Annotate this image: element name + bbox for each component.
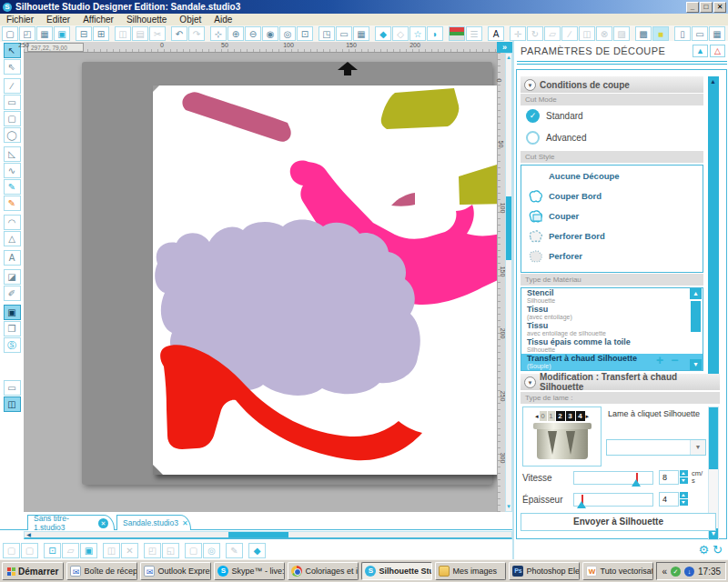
Couper Bord[interactable]: Couper Bord xyxy=(521,186,703,206)
tray-expand-icon[interactable]: « xyxy=(662,567,667,577)
print-setup-icon[interactable]: ⊞ xyxy=(93,26,109,41)
section-modification[interactable]: ▼ Modification : Transfert à chaud Silho… xyxy=(521,374,720,390)
rectangle-tool-icon[interactable]: ▭ xyxy=(4,95,21,110)
zoom-in-icon[interactable]: ⊕ xyxy=(228,26,244,41)
spin-up-icon[interactable] xyxy=(680,470,688,477)
Tissu[interactable]: Tissu avec entoilage de silhouette xyxy=(521,321,703,337)
blade-dropdown[interactable]: ▼ xyxy=(606,439,706,456)
Tuto vectorisation....[interactable]: W Tuto vectorisation.... xyxy=(582,562,653,580)
blade-dial-right-icon[interactable]: ▸ xyxy=(586,413,590,420)
speed-slider[interactable] xyxy=(573,471,653,485)
regular-polygon-tool-icon[interactable]: △ xyxy=(4,231,21,246)
design-canvas[interactable] xyxy=(24,53,497,512)
fill-page-icon[interactable]: ■ xyxy=(652,26,669,41)
Silhouette Studi...[interactable]: S Silhouette Studi... xyxy=(361,562,432,580)
print-icon[interactable]: ⊟ xyxy=(76,26,92,41)
panel-expand-button[interactable]: » xyxy=(497,42,512,53)
menu-aide[interactable]: Aide xyxy=(207,15,238,25)
modify-icon[interactable]: ▨ xyxy=(613,26,630,41)
collapse-panel-icon[interactable]: ▲ xyxy=(693,45,708,57)
shape-mauve-wedge[interactable] xyxy=(391,193,415,206)
selection-frame-icon[interactable]: ▢ xyxy=(3,543,20,558)
zoom-drag-icon[interactable]: ◎ xyxy=(279,26,296,41)
arrange-icon[interactable]: ▣ xyxy=(80,543,97,558)
vertical-scroll-thumb[interactable] xyxy=(506,196,511,260)
open-document-icon[interactable]: ◰ xyxy=(19,26,35,41)
tab-sans-titre[interactable]: Sans titre-1.studio3 ✕ xyxy=(27,515,115,530)
knife-tool-icon[interactable]: ✐ xyxy=(4,286,21,301)
scroll-up-icon[interactable]: ▲ xyxy=(710,78,716,85)
Photoshop Element...[interactable]: Ps Photoshop Element... xyxy=(509,562,580,580)
material-scrollbar[interactable]: ▲ ▼ xyxy=(690,288,702,370)
polygon-filled-icon[interactable]: ◆ xyxy=(375,26,391,41)
Couper[interactable]: Couper xyxy=(521,206,703,226)
speed-value[interactable]: 8 xyxy=(659,470,679,485)
horizontal-scroll-thumb[interactable] xyxy=(228,532,288,537)
move-icon[interactable]: ✛ xyxy=(510,26,526,41)
menu-silhouette[interactable]: Silhouette xyxy=(120,15,173,25)
star-icon[interactable]: ☆ xyxy=(410,26,426,41)
scroll-up-icon[interactable]: ▲ xyxy=(690,288,702,299)
save-as-icon[interactable]: ▣ xyxy=(54,26,70,41)
Tissu[interactable]: Tissu (avec entoilage) xyxy=(521,305,703,321)
split-view-icon[interactable]: ◫ xyxy=(4,396,21,412)
fit-to-window-icon[interactable]: ⊡ xyxy=(297,26,313,41)
store-icon[interactable]: Ⓢ xyxy=(4,337,21,353)
antivirus-tray-icon[interactable]: ✓ xyxy=(671,567,681,577)
maximize-button[interactable]: □ xyxy=(700,2,713,13)
shape-olive-band-top[interactable] xyxy=(381,88,460,129)
design-page[interactable] xyxy=(153,85,497,475)
cut-icon[interactable]: ✂ xyxy=(149,26,166,41)
undo-icon[interactable]: ↶ xyxy=(171,26,187,41)
curve-tool-icon[interactable]: ∿ xyxy=(4,163,21,178)
mat-settings-icon[interactable]: ▦ xyxy=(353,26,369,41)
text-style-icon[interactable]: A xyxy=(488,26,504,41)
menu-editer[interactable]: Editer xyxy=(40,15,76,25)
collapse-section-icon[interactable]: ▼ xyxy=(524,376,536,388)
eraser-tool-icon[interactable]: ◪ xyxy=(4,269,21,285)
scale-icon[interactable]: ▱ xyxy=(544,26,561,41)
draw-tool-icon[interactable]: ✎ xyxy=(4,179,21,195)
start-button[interactable]: Démarrer xyxy=(2,562,64,580)
Skype™ - live:gue...[interactable]: S Skype™ - live:gue... xyxy=(214,562,285,580)
line-style-icon[interactable]: ☰ xyxy=(466,26,482,41)
copy-multiple-alt-icon[interactable]: ◱ xyxy=(162,543,179,558)
dropdown-arrow-icon[interactable]: ▼ xyxy=(690,440,705,455)
spin-down-icon[interactable] xyxy=(680,499,688,506)
tab-close-icon[interactable]: ✕ xyxy=(182,519,188,527)
outline-icon[interactable]: ▢ xyxy=(185,543,202,558)
pick-style-icon[interactable]: ✎ xyxy=(226,543,243,558)
tab-sandale[interactable]: Sandale.studio3 ✕ xyxy=(116,515,191,530)
registration-marks-icon[interactable]: ◳ xyxy=(318,26,335,41)
polygon-tool-icon[interactable]: ◺ xyxy=(4,146,21,162)
close-button[interactable]: ✕ xyxy=(713,2,726,13)
landscape-icon[interactable]: ▭ xyxy=(692,26,708,41)
trace-icon[interactable]: ◆ xyxy=(248,543,266,558)
edit-points-tool-icon[interactable]: ⇖ xyxy=(4,59,21,75)
section-conditions[interactable]: ▼ Conditions de coupe xyxy=(521,76,703,93)
refresh-icon[interactable]: ↻ xyxy=(713,543,723,557)
Coloriages et imag...[interactable]: Coloriages et imag... xyxy=(288,562,359,580)
freehand-tool-icon[interactable]: ✎ xyxy=(4,196,21,211)
copy-multiple-icon[interactable]: ◰ xyxy=(144,543,161,558)
radio-checked-icon[interactable]: ✓ xyxy=(526,109,540,123)
Boîte de réception ...[interactable]: ✉ Boîte de réception ... xyxy=(66,562,137,580)
fit-selection-icon[interactable]: ⊡ xyxy=(44,543,61,558)
line-tool-icon[interactable]: ∕ xyxy=(4,78,21,94)
polygon-outline-icon[interactable]: ◇ xyxy=(392,26,409,41)
delete-icon[interactable]: ✕ xyxy=(121,543,138,558)
emboss-icon[interactable]: ▩ xyxy=(635,26,652,41)
vertical-scrollbar[interactable]: ▲ ▼ xyxy=(505,53,512,512)
shape-mauve-strap[interactable] xyxy=(182,92,290,141)
portrait-icon[interactable]: ▯ xyxy=(674,26,691,41)
scroll-up-icon[interactable]: ▲ xyxy=(506,54,511,62)
pan-icon[interactable]: ⊹ xyxy=(210,26,227,41)
duplicate-icon[interactable]: ▱ xyxy=(62,543,79,558)
tab-close-icon[interactable]: ✕ xyxy=(98,518,108,528)
shape-olive-band-right[interactable] xyxy=(459,156,497,205)
weld-icon[interactable]: ⊗ xyxy=(596,26,612,41)
group-icon[interactable]: ◫ xyxy=(103,543,120,558)
Perforer[interactable]: Perforer xyxy=(521,246,703,266)
collapse-section-icon[interactable]: ▼ xyxy=(524,79,536,91)
update-tray-icon[interactable]: ↓ xyxy=(684,567,694,577)
